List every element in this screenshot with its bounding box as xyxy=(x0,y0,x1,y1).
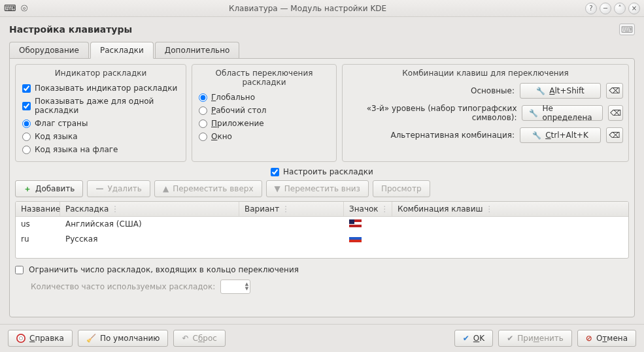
keyboard-icon xyxy=(619,24,635,35)
indicator-flagcode-radio[interactable] xyxy=(22,146,31,154)
minus-icon: — xyxy=(95,184,103,193)
indicator-code-label: Код языка xyxy=(35,132,78,141)
cancel-icon: ⊘ xyxy=(586,334,592,343)
flag-us-icon xyxy=(349,219,362,227)
pin-icon[interactable]: ⦾ xyxy=(18,3,30,14)
th-shortcut[interactable]: Комбинация клавиш xyxy=(398,204,483,214)
group-shortcuts: Комбинации клавиш для переключения Основ… xyxy=(342,64,629,162)
group-switch-policy: Область переключения раскладки Глобально… xyxy=(192,64,337,162)
indicator-flag-radio[interactable] xyxy=(22,120,31,128)
apply-button[interactable]: ✔ Применить xyxy=(498,330,572,347)
configure-layouts-label: Настроить раскладки xyxy=(283,167,373,176)
svg-point-1 xyxy=(19,336,22,340)
defaults-icon: 🧹 xyxy=(86,334,96,343)
remove-button[interactable]: — Удалить xyxy=(87,180,150,197)
wrench-icon: 🔧 xyxy=(536,87,545,95)
tab-panel: Индикатор раскладки Показывать индикатор… xyxy=(9,58,635,317)
move-down-button[interactable]: ▼ Переместить вниз xyxy=(266,180,369,197)
shortcut-alt-button[interactable]: 🔧 Ctrl+Alt+K xyxy=(520,127,601,143)
switch-global-radio[interactable] xyxy=(199,93,207,102)
indicator-flagcode-label: Код языка на флаге xyxy=(35,145,118,154)
indicator-flag-label: Флаг страны xyxy=(35,119,88,128)
show-indicator-checkbox[interactable] xyxy=(22,84,31,93)
spin-label: Количество часто используемых раскладок: xyxy=(31,282,215,291)
shortcut-main-button[interactable]: 🔧 Alt+Shift xyxy=(520,83,601,99)
dialog-footer: Справка 🧹 По умолчанию ↶ Сброс ✔ OK ✔ Пр… xyxy=(0,324,644,352)
configure-layouts-row[interactable]: Настроить раскладки xyxy=(271,167,373,176)
group-indicator-legend: Индикатор раскладки xyxy=(21,69,180,78)
show-single-label: Показывать даже для одной раскладки xyxy=(35,97,179,115)
flag-ru-icon xyxy=(349,234,362,242)
maximize-window-button[interactable]: ˄ xyxy=(614,3,626,14)
th-variant[interactable]: Вариант xyxy=(245,204,279,214)
shortcut-alt-clear[interactable]: ⌫ xyxy=(606,127,623,143)
group-shortcuts-legend: Комбинации клавиш для переключения xyxy=(348,69,623,78)
tab-layouts[interactable]: Раскладки xyxy=(90,42,154,59)
check-icon: ✔ xyxy=(463,334,469,343)
show-single-checkbox[interactable] xyxy=(22,102,31,110)
check-icon: ✔ xyxy=(507,334,513,343)
table-row[interactable]: ru Русская xyxy=(16,232,628,247)
configure-layouts-checkbox[interactable] xyxy=(271,168,279,176)
switch-desktop-radio[interactable] xyxy=(199,106,207,115)
cancel-button[interactable]: ⊘ Отмена xyxy=(577,330,636,347)
shortcut-level3-button[interactable]: 🔧 Не определена xyxy=(522,105,603,121)
shortcut-main-label: Основные: xyxy=(471,86,515,95)
help-window-button[interactable]: ? xyxy=(585,3,597,14)
tabs: Оборудование Раскладки Дополнительно xyxy=(9,42,635,59)
th-flag[interactable]: Значок xyxy=(349,204,379,214)
lifebuoy-icon xyxy=(16,334,25,343)
layouts-table[interactable]: Название⋮ Раскладка⋮ Вариант⋮ Значок⋮ Ко… xyxy=(15,201,629,259)
shortcut-level3-label: «3-й» уровень (набор типографских символ… xyxy=(348,104,517,122)
wrench-icon: 🔧 xyxy=(532,131,541,140)
switch-app-label: Приложение xyxy=(211,119,264,128)
arrow-up-icon: ▲ xyxy=(163,184,169,193)
page-title: Настройка клавиатуры xyxy=(9,24,619,35)
shortcut-alt-label: Альтернативная комбинация: xyxy=(390,131,515,140)
ok-button[interactable]: ✔ OK xyxy=(454,330,493,347)
window-title: Клавиатура — Модуль настройки KDE xyxy=(30,4,585,13)
move-up-button[interactable]: ▲ Переместить вверх xyxy=(154,180,262,197)
shortcut-main-clear[interactable]: ⌫ xyxy=(606,83,623,99)
minimize-window-button[interactable]: − xyxy=(600,3,611,14)
layout-toolbar: ＋ Добавить — Удалить ▲ Переместить вверх… xyxy=(15,180,629,197)
app-menu-icon[interactable]: ⌨ xyxy=(4,3,16,14)
undo-icon: ↶ xyxy=(182,334,188,343)
switch-window-label: Окно xyxy=(211,132,232,141)
limit-checkbox[interactable] xyxy=(15,266,24,274)
wrench-icon: 🔧 xyxy=(529,109,538,118)
tab-hardware[interactable]: Оборудование xyxy=(9,42,89,59)
table-row[interactable]: us Английская (США) xyxy=(16,217,628,232)
add-button[interactable]: ＋ Добавить xyxy=(15,180,83,197)
arrow-down-icon: ▼ xyxy=(275,184,280,193)
preview-button[interactable]: Просмотр xyxy=(373,180,430,197)
switch-window-radio[interactable] xyxy=(199,133,207,141)
titlebar: ⌨ ⦾ Клавиатура — Модуль настройки KDE ? … xyxy=(0,0,644,17)
close-window-button[interactable]: × xyxy=(628,3,640,14)
th-name[interactable]: Название xyxy=(21,204,60,214)
help-button[interactable]: Справка xyxy=(8,330,73,347)
group-indicator: Индикатор раскладки Показывать индикатор… xyxy=(15,64,186,162)
show-indicator-label: Показывать индикатор раскладки xyxy=(35,84,177,93)
th-layout[interactable]: Раскладка xyxy=(65,204,109,214)
limit-label: Ограничить число раскладок, входящих в к… xyxy=(29,265,299,274)
switch-global-label: Глобально xyxy=(211,93,255,102)
plus-icon: ＋ xyxy=(24,184,31,195)
shortcut-level3-clear[interactable]: ⌫ xyxy=(608,105,623,121)
spare-count-spinbox: ▲▼ xyxy=(220,280,250,294)
group-switch-legend: Область переключения раскладки xyxy=(197,69,331,87)
indicator-code-radio[interactable] xyxy=(22,133,31,141)
switch-app-radio[interactable] xyxy=(199,120,207,128)
defaults-button[interactable]: 🧹 По умолчанию xyxy=(78,330,169,347)
tab-advanced[interactable]: Дополнительно xyxy=(155,42,240,59)
table-header: Название⋮ Раскладка⋮ Вариант⋮ Значок⋮ Ко… xyxy=(16,202,628,217)
switch-desktop-label: Рабочий стол xyxy=(211,106,266,115)
reset-button[interactable]: ↶ Сброс xyxy=(173,330,225,347)
